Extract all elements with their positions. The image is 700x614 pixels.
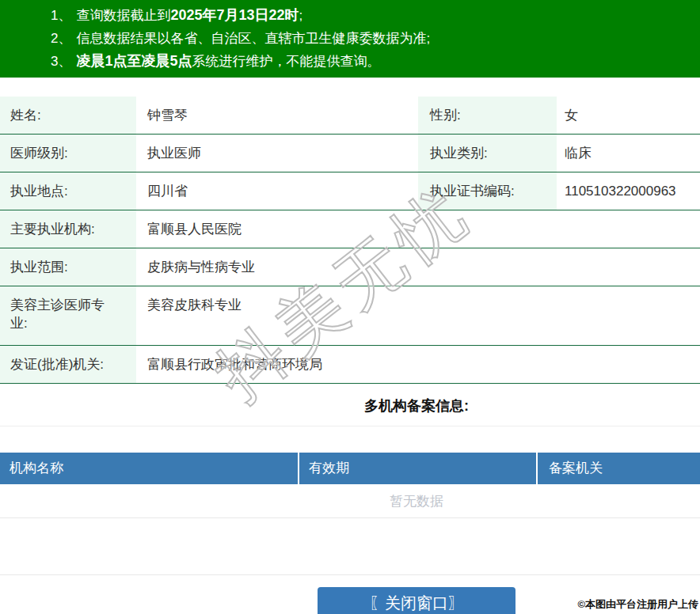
notice-line-1: 1、 查询数据截止到2025年7月13日22时;: [51, 4, 700, 27]
field-value-main-institution: 富顺县人民医院: [136, 220, 700, 238]
field-label-main-institution: 主要执业机构:: [0, 210, 136, 248]
upload-stamp-text: ©本图由平台注册用户上传: [577, 597, 698, 612]
field-label-certificate-number: 执业证书编码:: [418, 172, 557, 210]
notice-text: 信息数据结果以各省、自治区、直辖市卫生健康委数据为准;: [76, 27, 430, 50]
notice-number: 2、: [51, 27, 71, 50]
notice-text: 凌晨1点至凌晨5点系统进行维护，不能提供查询。: [76, 50, 380, 73]
close-window-button[interactable]: 〖关闭窗口〗: [318, 587, 515, 614]
info-row-level-category: 医师级别: 执业医师 执业类别: 临床: [0, 135, 700, 172]
practitioner-info-table: 姓名: 钟雪琴 性别: 女 医师级别: 执业医师 执业类别: 临床 执业地点: …: [0, 97, 700, 384]
section-divider: [0, 426, 700, 426]
field-value-practice-scope: 皮肤病与性病专业: [136, 258, 700, 276]
field-label-gender: 性别:: [418, 97, 557, 134]
notice-line-3: 3、 凌晨1点至凌晨5点系统进行维护，不能提供查询。: [51, 50, 700, 73]
field-value-certificate-number: 110510322000963: [557, 184, 700, 199]
field-value-practice-category: 临床: [557, 144, 700, 162]
notice-number: 1、: [51, 4, 71, 27]
notice-banner: 1、 查询数据截止到2025年7月13日22时; 2、 信息数据结果以各省、自治…: [0, 0, 700, 78]
info-row-main-institution: 主要执业机构: 富顺县人民医院: [0, 210, 700, 248]
column-header-institution-name: 机构名称: [0, 453, 299, 484]
field-value-practice-location: 四川省: [136, 182, 418, 200]
registration-table-header: 机构名称 有效期 备案机关: [0, 453, 700, 484]
page-content: 1、 查询数据截止到2025年7月13日22时; 2、 信息数据结果以各省、自治…: [0, 0, 700, 614]
field-value-cosmetic-specialty: 美容皮肤科专业: [136, 286, 700, 314]
info-row-location-certno: 执业地点: 四川省 执业证书编码: 110510322000963: [0, 172, 700, 210]
info-row-name-gender: 姓名: 钟雪琴 性别: 女: [0, 97, 700, 135]
field-label-cosmetic-specialty: 美容主诊医师专业:: [0, 286, 136, 345]
notice-number: 3、: [51, 50, 71, 73]
notice-line-2: 2、 信息数据结果以各省、自治区、直辖市卫生健康委数据为准;: [51, 27, 700, 50]
field-value-doctor-level: 执业医师: [136, 144, 418, 162]
empty-data-placeholder: 暂无数据: [0, 484, 700, 518]
field-label-practice-scope: 执业范围:: [0, 248, 136, 286]
field-value-issuing-authority: 富顺县行政审批和营商环境局: [136, 355, 700, 373]
info-row-issuing-authority: 发证(批准)机关: 富顺县行政审批和营商环境局: [0, 346, 700, 384]
multi-institution-heading: 多机构备案信息:: [0, 396, 700, 415]
column-header-registration-authority: 备案机关: [538, 453, 700, 484]
field-label-name: 姓名:: [0, 97, 136, 134]
field-value-name: 钟雪琴: [136, 106, 418, 124]
column-header-validity-period: 有效期: [299, 453, 538, 484]
notice-text: 查询数据截止到2025年7月13日22时;: [76, 4, 302, 27]
field-label-practice-location: 执业地点:: [0, 172, 136, 210]
info-row-cosmetic-specialty: 美容主诊医师专业: 美容皮肤科专业: [0, 286, 700, 346]
info-row-practice-scope: 执业范围: 皮肤病与性病专业: [0, 248, 700, 286]
field-label-doctor-level: 医师级别:: [0, 135, 136, 172]
field-label-practice-category: 执业类别:: [418, 135, 557, 172]
query-result-page: 1、 查询数据截止到2025年7月13日22时; 2、 信息数据结果以各省、自治…: [0, 0, 700, 614]
field-value-gender: 女: [557, 106, 700, 124]
field-label-issuing-authority: 发证(批准)机关:: [0, 346, 136, 383]
